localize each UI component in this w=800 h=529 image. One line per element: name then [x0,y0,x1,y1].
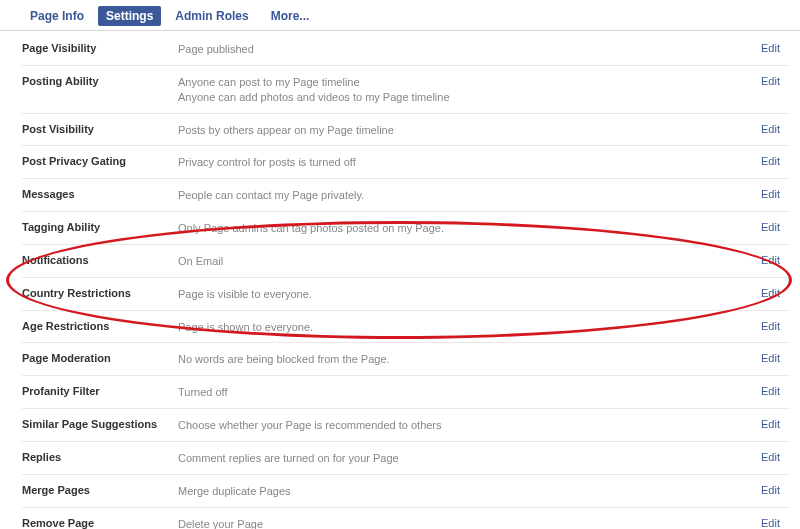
edit-notifications[interactable]: Edit [761,254,790,266]
value-page-moderation: No words are being blocked from the Page… [178,352,761,367]
edit-post-visibility[interactable]: Edit [761,123,790,135]
label-merge-pages: Merge Pages [22,484,178,496]
label-remove-page: Remove Page [22,517,178,529]
edit-tagging-ability[interactable]: Edit [761,221,790,233]
label-page-visibility: Page Visibility [22,42,178,54]
value-posting-ability-line1: Anyone can post to my Page timeline [178,75,761,90]
tab-settings[interactable]: Settings [98,6,161,26]
edit-messages[interactable]: Edit [761,188,790,200]
row-notifications: Notifications On Email Edit [22,245,790,278]
value-post-visibility: Posts by others appear on my Page timeli… [178,123,761,138]
edit-profanity-filter[interactable]: Edit [761,385,790,397]
value-similar-page-suggestions: Choose whether your Page is recommended … [178,418,761,433]
label-post-privacy-gating: Post Privacy Gating [22,155,178,167]
row-merge-pages: Merge Pages Merge duplicate Pages Edit [22,475,790,508]
row-age-restrictions: Age Restrictions Page is shown to everyo… [22,311,790,344]
row-replies: Replies Comment replies are turned on fo… [22,442,790,475]
label-replies: Replies [22,451,178,463]
row-similar-page-suggestions: Similar Page Suggestions Choose whether … [22,409,790,442]
row-posting-ability: Posting Ability Anyone can post to my Pa… [22,66,790,114]
value-replies: Comment replies are turned on for your P… [178,451,761,466]
value-profanity-filter: Turned off [178,385,761,400]
edit-age-restrictions[interactable]: Edit [761,320,790,332]
value-merge-pages: Merge duplicate Pages [178,484,761,499]
settings-tabs: Page Info Settings Admin Roles More... [0,0,800,31]
row-post-privacy-gating: Post Privacy Gating Privacy control for … [22,146,790,179]
value-posting-ability-line2: Anyone can add photos and videos to my P… [178,90,761,105]
row-profanity-filter: Profanity Filter Turned off Edit [22,376,790,409]
label-posting-ability: Posting Ability [22,75,178,87]
label-post-visibility: Post Visibility [22,123,178,135]
edit-page-moderation[interactable]: Edit [761,352,790,364]
label-tagging-ability: Tagging Ability [22,221,178,233]
value-page-visibility: Page published [178,42,761,57]
label-country-restrictions: Country Restrictions [22,287,178,299]
edit-post-privacy-gating[interactable]: Edit [761,155,790,167]
tab-page-info[interactable]: Page Info [22,6,92,26]
label-messages: Messages [22,188,178,200]
edit-posting-ability[interactable]: Edit [761,75,790,87]
row-country-restrictions: Country Restrictions Page is visible to … [22,278,790,311]
value-posting-ability: Anyone can post to my Page timeline Anyo… [178,75,761,105]
label-notifications: Notifications [22,254,178,266]
edit-merge-pages[interactable]: Edit [761,484,790,496]
row-page-visibility: Page Visibility Page published Edit [22,33,790,66]
row-post-visibility: Post Visibility Posts by others appear o… [22,114,790,147]
tab-admin-roles[interactable]: Admin Roles [167,6,256,26]
value-post-privacy-gating: Privacy control for posts is turned off [178,155,761,170]
value-notifications: On Email [178,254,761,269]
value-age-restrictions: Page is shown to everyone. [178,320,761,335]
edit-remove-page[interactable]: Edit [761,517,790,529]
value-tagging-ability: Only Page admins can tag photos posted o… [178,221,761,236]
row-messages: Messages People can contact my Page priv… [22,179,790,212]
edit-country-restrictions[interactable]: Edit [761,287,790,299]
label-similar-page-suggestions: Similar Page Suggestions [22,418,178,430]
edit-similar-page-suggestions[interactable]: Edit [761,418,790,430]
value-messages: People can contact my Page privately. [178,188,761,203]
label-age-restrictions: Age Restrictions [22,320,178,332]
row-tagging-ability: Tagging Ability Only Page admins can tag… [22,212,790,245]
value-country-restrictions: Page is visible to everyone. [178,287,761,302]
value-remove-page: Delete your Page [178,517,761,529]
tab-more[interactable]: More... [263,6,318,26]
edit-page-visibility[interactable]: Edit [761,42,790,54]
label-profanity-filter: Profanity Filter [22,385,178,397]
row-remove-page: Remove Page Delete your Page Edit [22,508,790,529]
label-page-moderation: Page Moderation [22,352,178,364]
row-page-moderation: Page Moderation No words are being block… [22,343,790,376]
settings-list: Page Visibility Page published Edit Post… [0,31,800,529]
edit-replies[interactable]: Edit [761,451,790,463]
